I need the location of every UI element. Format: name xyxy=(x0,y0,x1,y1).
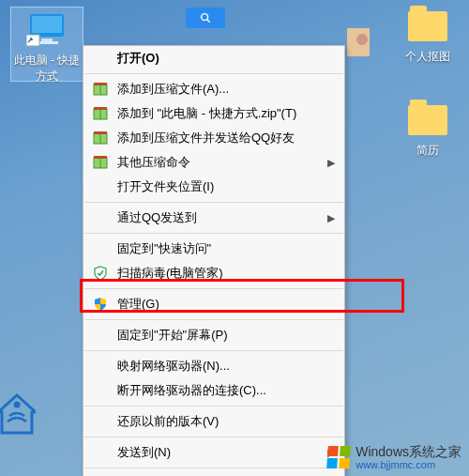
desktop-icon-label: 个人抠图 xyxy=(392,49,463,65)
menu-pin-quick-access[interactable]: 固定到"快速访问" xyxy=(83,237,344,261)
menu-add-archive[interactable]: 添加到压缩文件(A)... xyxy=(83,77,344,101)
menu-other-compress[interactable]: 其他压缩命令 ▶ xyxy=(83,150,344,175)
svg-rect-3 xyxy=(32,16,62,33)
menu-label: 打开(O) xyxy=(117,50,159,67)
windows-logo-icon xyxy=(326,446,351,468)
shield-check-icon xyxy=(91,264,110,283)
svg-point-8 xyxy=(356,34,368,45)
uac-shield-icon xyxy=(91,295,110,314)
menu-cut[interactable]: 剪切(T) xyxy=(83,471,344,476)
house-icon-fragment xyxy=(0,390,36,440)
desktop-icon-resume[interactable]: 简历 xyxy=(392,101,463,159)
folder-icon xyxy=(405,101,450,139)
context-menu: 打开(O) 添加到压缩文件(A)... 添加到 "此电脑 - 快捷方式.zip"… xyxy=(83,45,345,476)
menu-open-file-location[interactable]: 打开文件夹位置(I) xyxy=(83,175,344,199)
menu-open[interactable]: 打开(O) xyxy=(83,46,344,70)
menu-label: 断开网络驱动器的连接(C)... xyxy=(117,382,266,399)
menu-pin-start[interactable]: 固定到"开始"屏幕(P) xyxy=(83,323,344,347)
menu-label: 其他压缩命令 xyxy=(117,154,190,171)
menu-label: 打开文件夹位置(I) xyxy=(117,178,214,195)
archive-icon xyxy=(91,80,110,99)
menu-manage[interactable]: 管理(G) xyxy=(83,292,344,316)
menu-label: 发送到(N) xyxy=(117,444,171,461)
svg-line-1 xyxy=(207,20,210,23)
menu-label: 扫描病毒(电脑管家) xyxy=(117,265,223,282)
menu-send-to[interactable]: 发送到(N) ▶ xyxy=(83,440,344,465)
menu-separator xyxy=(84,233,343,234)
archive-icon xyxy=(91,104,110,123)
menu-label: 添加到压缩文件并发送给QQ好友 xyxy=(117,130,295,146)
watermark-url: www.bjjmmc.com xyxy=(356,459,461,470)
menu-separator xyxy=(84,288,343,289)
desktop-icon-this-pc-shortcut[interactable]: 此电脑 - 快捷方式 xyxy=(11,8,83,81)
menu-label: 映射网络驱动器(N)... xyxy=(117,358,230,375)
svg-rect-6 xyxy=(26,35,39,46)
chevron-right-icon: ▶ xyxy=(327,212,335,224)
menu-add-archive-named[interactable]: 添加到 "此电脑 - 快捷方式.zip"(T) xyxy=(83,101,344,126)
menu-map-drive[interactable]: 映射网络驱动器(N)... xyxy=(83,354,344,378)
menu-separator xyxy=(84,319,343,320)
svg-rect-4 xyxy=(41,38,53,41)
desktop-icon-label: 此电脑 - 快捷方式 xyxy=(11,53,83,84)
menu-label: 固定到"快速访问" xyxy=(117,240,211,257)
menu-label: 添加到压缩文件(A)... xyxy=(117,81,229,98)
menu-label: 通过QQ发送到 xyxy=(117,209,197,226)
svg-point-21 xyxy=(14,402,21,408)
archive-icon xyxy=(91,129,110,147)
chevron-right-icon: ▶ xyxy=(327,157,335,169)
menu-label: 管理(G) xyxy=(117,296,159,313)
menu-separator xyxy=(84,406,343,407)
archive-icon xyxy=(91,153,110,172)
menu-separator xyxy=(84,437,343,438)
watermark: Windows系统之家 www.bjjmmc.com xyxy=(327,445,461,470)
search-pill-fragment xyxy=(186,8,225,28)
partial-icon-fragment xyxy=(347,28,370,56)
menu-label: 添加到 "此电脑 - 快捷方式.zip"(T) xyxy=(117,105,296,122)
menu-separator xyxy=(84,350,343,351)
menu-separator xyxy=(84,73,343,74)
menu-restore-versions[interactable]: 还原以前的版本(V) xyxy=(83,409,344,434)
menu-label: 固定到"开始"屏幕(P) xyxy=(117,327,228,344)
menu-scan-virus[interactable]: 扫描病毒(电脑管家) xyxy=(83,261,344,285)
desktop-icon-personal-cutout[interactable]: 个人抠图 xyxy=(392,8,463,65)
menu-separator xyxy=(84,468,343,468)
menu-separator xyxy=(84,202,343,203)
menu-label: 还原以前的版本(V) xyxy=(117,413,219,430)
menu-disconnect-drive[interactable]: 断开网络驱动器的连接(C)... xyxy=(83,378,344,403)
this-pc-icon xyxy=(24,11,69,49)
folder-icon xyxy=(405,8,450,45)
menu-send-via-qq[interactable]: 通过QQ发送到 ▶ xyxy=(83,206,344,230)
menu-add-send-qq[interactable]: 添加到压缩文件并发送给QQ好友 xyxy=(83,126,344,150)
watermark-title: Windows系统之家 xyxy=(356,445,461,459)
desktop-icon-label: 简历 xyxy=(392,143,463,159)
svg-point-0 xyxy=(202,14,208,21)
